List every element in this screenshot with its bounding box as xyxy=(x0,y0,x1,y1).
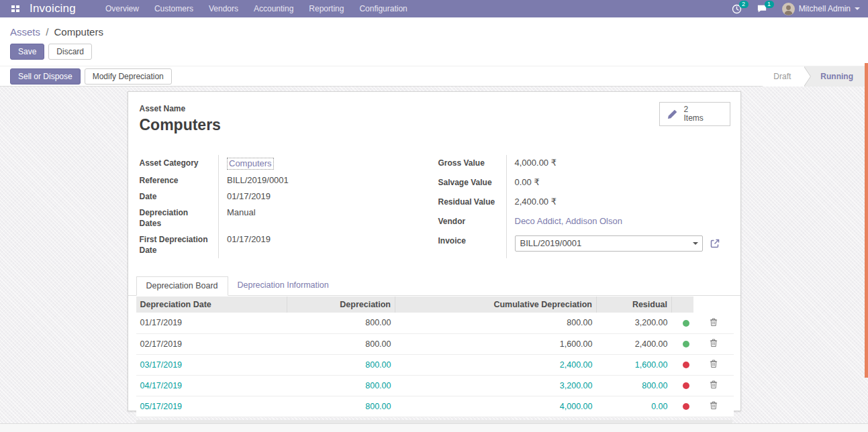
depreciation-table: Depreciation Date Depreciation Cumulativ… xyxy=(136,296,734,417)
systray: 2 1 Mitchell Admin xyxy=(732,3,860,15)
status-widget: Draft Running xyxy=(763,66,868,87)
menu-vendors[interactable]: Vendors xyxy=(209,4,238,13)
external-link-icon[interactable] xyxy=(710,238,720,249)
modify-depreciation-button[interactable]: Modify Depreciation xyxy=(85,68,172,85)
field-label: Gross Value xyxy=(438,155,507,174)
cell-cumulative[interactable]: 4,000.00 xyxy=(395,396,597,417)
delete-row-button[interactable] xyxy=(707,399,720,413)
menu-accounting[interactable]: Accounting xyxy=(254,4,293,13)
cell-depreciation[interactable]: 800.00 xyxy=(287,396,395,417)
vendor-link[interactable]: Deco Addict, Addison Olson xyxy=(515,216,622,226)
field-label: Salvage Value xyxy=(438,174,507,194)
field-value[interactable]: 01/17/2019 xyxy=(219,231,438,258)
field-label: Reference xyxy=(140,172,219,188)
col-status xyxy=(672,296,693,313)
control-panel-buttons: Save Discard xyxy=(10,44,868,60)
posted-status-dot xyxy=(683,320,689,327)
col-depreciation-date[interactable]: Depreciation Date xyxy=(136,296,287,313)
table-row[interactable]: 03/17/2019 800.00 2,400.00 1,600.00 xyxy=(136,354,734,375)
cell-cumulative[interactable]: 800.00 xyxy=(395,313,597,333)
cell-cumulative[interactable]: 1,600.00 xyxy=(395,333,597,354)
app-title[interactable]: Invoicing xyxy=(30,2,76,15)
field-value[interactable]: 2,400.00 ₹ xyxy=(506,194,720,213)
trash-icon xyxy=(710,359,718,368)
field-value[interactable]: 01/17/2019 xyxy=(219,188,438,205)
delete-row-button[interactable] xyxy=(707,358,720,372)
cell-date[interactable]: 03/17/2019 xyxy=(136,354,287,375)
invoice-select xyxy=(515,235,703,252)
field-residual-value: Residual Value 2,400.00 ₹ xyxy=(438,194,720,213)
cell-residual[interactable]: 0.00 xyxy=(597,396,672,417)
state-draft[interactable]: Draft xyxy=(763,66,804,87)
col-cumulative-depreciation[interactable]: Cumulative Depreciation xyxy=(395,296,597,313)
vertical-scrollbar[interactable] xyxy=(865,63,868,378)
breadcrumb-current: Computers xyxy=(54,26,103,38)
delete-row-button[interactable] xyxy=(707,337,720,351)
table-row[interactable]: 04/17/2019 800.00 3,200.00 800.00 xyxy=(136,375,734,396)
items-label: Items xyxy=(684,114,704,123)
menu-overview[interactable]: Overview xyxy=(105,4,139,13)
invoice-input[interactable] xyxy=(515,235,703,252)
cell-depreciation[interactable]: 800.00 xyxy=(287,354,395,375)
table-row[interactable]: 05/17/2019 800.00 4,000.00 0.00 xyxy=(136,396,734,417)
statusbar: Sell or Dispose Modify Depreciation Draf… xyxy=(0,66,868,87)
field-gross-value: Gross Value 4,000.00 ₹ xyxy=(438,155,720,174)
table-row[interactable]: 02/17/2019 800.00 1,600.00 2,400.00 xyxy=(136,333,734,354)
menu-reporting[interactable]: Reporting xyxy=(309,4,344,13)
field-value: Computers xyxy=(219,155,438,172)
apps-menu-icon[interactable] xyxy=(8,1,23,16)
field-value[interactable]: BILL/2019/0001 xyxy=(219,172,438,188)
user-menu[interactable]: Mitchell Admin xyxy=(782,3,860,15)
tab-depreciation-board[interactable]: Depreciation Board xyxy=(136,276,228,296)
main-menu: Overview Customers Vendors Accounting Re… xyxy=(105,4,407,13)
asset-name-value[interactable]: Computers xyxy=(140,116,730,134)
field-label: First Depreciation Date xyxy=(140,231,219,258)
activity-menu[interactable]: 2 xyxy=(732,4,742,14)
field-vendor: Vendor Deco Addict, Addison Olson xyxy=(438,213,720,233)
field-label: Depreciation Dates xyxy=(140,205,219,231)
cell-date[interactable]: 04/17/2019 xyxy=(136,375,287,396)
field-first-depreciation-date: First Depreciation Date 01/17/2019 xyxy=(140,231,438,258)
asset-category-link[interactable]: Computers xyxy=(227,158,274,170)
breadcrumb-assets[interactable]: Assets xyxy=(10,26,40,38)
discard-button[interactable]: Discard xyxy=(48,44,92,60)
cell-date[interactable]: 02/17/2019 xyxy=(136,333,287,354)
cell-depreciation[interactable]: 800.00 xyxy=(287,375,395,396)
field-value[interactable]: 0.00 ₹ xyxy=(506,174,720,194)
col-depreciation[interactable]: Depreciation xyxy=(287,296,395,313)
save-button[interactable]: Save xyxy=(10,44,44,60)
cell-depreciation[interactable]: 800.00 xyxy=(287,333,395,354)
cell-residual[interactable]: 1,600.00 xyxy=(597,354,672,375)
items-stat-button[interactable]: 2 Items xyxy=(659,102,730,126)
field-value[interactable]: Manual xyxy=(219,205,438,231)
field-value[interactable]: 4,000.00 ₹ xyxy=(506,155,720,174)
cell-cumulative[interactable]: 2,400.00 xyxy=(395,354,597,375)
menu-customers[interactable]: Customers xyxy=(154,4,193,13)
cell-residual[interactable]: 2,400.00 xyxy=(597,333,672,354)
field-depreciation-dates: Depreciation Dates Manual xyxy=(140,205,438,231)
cell-depreciation[interactable]: 800.00 xyxy=(287,313,395,333)
messages-menu[interactable]: 1 xyxy=(757,4,767,13)
control-panel: Assets / Computers Save Discard 1 / 1 < … xyxy=(0,17,868,60)
tab-depreciation-information[interactable]: Depreciation Information xyxy=(228,276,338,295)
state-running-active[interactable]: Running xyxy=(804,66,868,87)
table-row[interactable]: 01/17/2019 800.00 800.00 3,200.00 xyxy=(136,313,734,333)
trash-icon xyxy=(710,400,718,410)
field-value: Deco Addict, Addison Olson xyxy=(506,213,720,233)
delete-row-button[interactable] xyxy=(707,378,720,392)
sell-or-dispose-button[interactable]: Sell or Dispose xyxy=(10,68,81,85)
menu-configuration[interactable]: Configuration xyxy=(359,4,407,13)
breadcrumb-separator: / xyxy=(46,26,48,38)
cell-residual[interactable]: 3,200.00 xyxy=(597,313,672,333)
cell-date[interactable]: 01/17/2019 xyxy=(136,313,287,333)
field-salvage-value: Salvage Value 0.00 ₹ xyxy=(438,174,720,194)
cell-cumulative[interactable]: 3,200.00 xyxy=(395,375,597,396)
delete-row-button[interactable] xyxy=(707,316,720,330)
table-header-row: Depreciation Date Depreciation Cumulativ… xyxy=(136,296,734,313)
posted-status-dot xyxy=(683,341,689,347)
asset-form-sheet: 2 Items Asset Name Computers Asset Categ… xyxy=(128,91,741,411)
cell-residual[interactable]: 800.00 xyxy=(597,375,672,396)
cell-date[interactable]: 05/17/2019 xyxy=(136,396,287,417)
col-residual[interactable]: Residual xyxy=(597,296,672,313)
activity-badge: 2 xyxy=(739,1,749,8)
